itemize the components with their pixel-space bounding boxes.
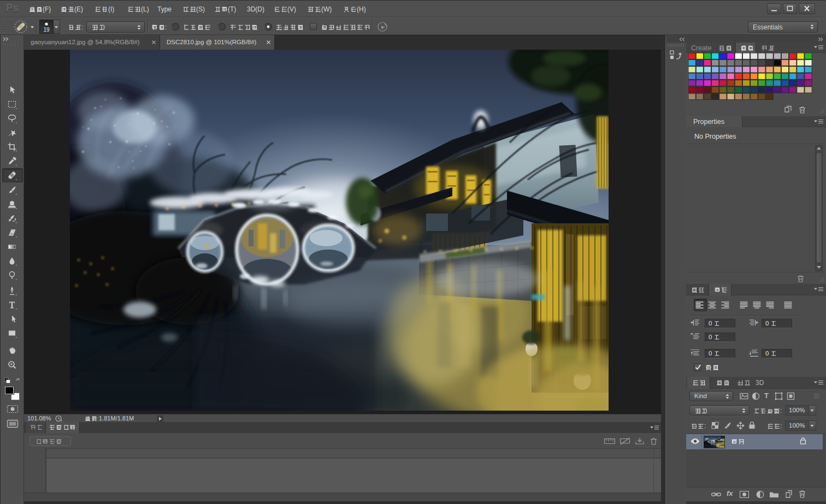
svg-text:19: 19 <box>43 27 50 33</box>
